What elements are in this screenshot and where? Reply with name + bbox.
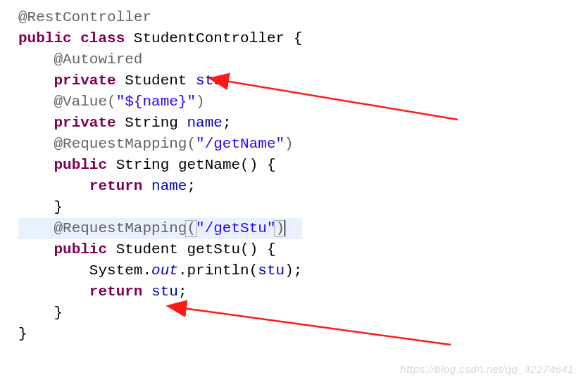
code-editor: @RestControllerpublic class StudentContr… xyxy=(0,0,588,345)
code-line: private Student stu; xyxy=(18,70,302,91)
code-line: @RequestMapping("/getName") xyxy=(18,134,302,155)
code-line: @RestController xyxy=(18,7,302,28)
code-line: return name; xyxy=(18,176,302,197)
code-line: @Value("${name}") xyxy=(18,91,302,113)
code-line: public String getName() { xyxy=(18,155,302,176)
code-line: private String name; xyxy=(18,113,302,134)
code-line: public Student getStu() { xyxy=(18,239,302,260)
code-line: } xyxy=(18,303,302,324)
watermark: https://blog.csdn.net/qq_42274641 xyxy=(400,363,574,375)
code-line: return stu; xyxy=(18,281,302,303)
code-line: @RequestMapping("/getStu") xyxy=(18,218,302,239)
code-line: public class StudentController { xyxy=(18,28,302,49)
code-line: } xyxy=(18,197,302,218)
code-area: @RestControllerpublic class StudentContr… xyxy=(18,0,302,345)
code-line: } xyxy=(18,324,302,345)
gutter xyxy=(0,0,18,345)
code-line: System.out.println(stu); xyxy=(18,260,302,281)
code-line: @Autowired xyxy=(18,49,302,70)
